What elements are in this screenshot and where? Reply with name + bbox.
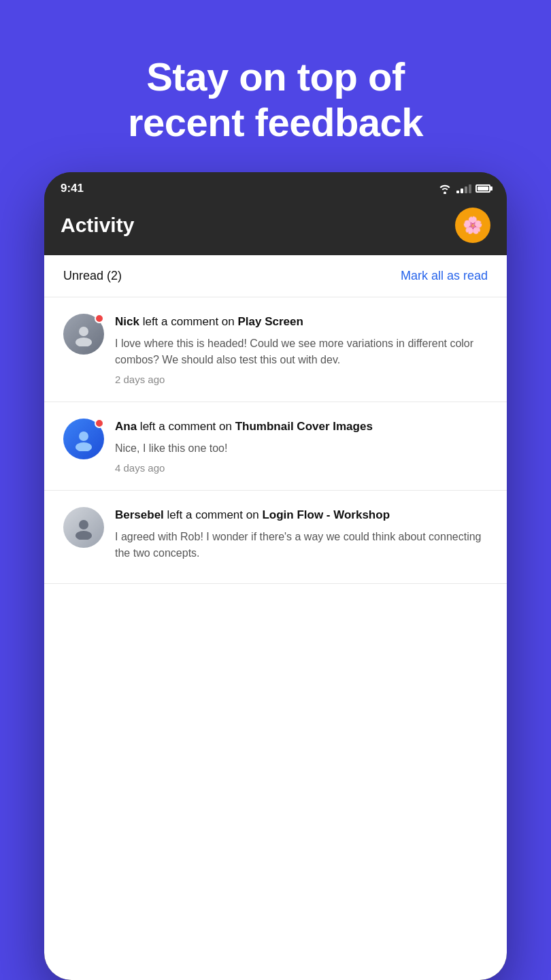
app-header: Activity 🌸 [44, 202, 507, 255]
item-header-bersebel: Bersebel left a comment on Login Flow - … [115, 507, 488, 523]
status-bar: 9:41 [44, 172, 507, 202]
item-header-nick: Nick left a comment on Play Screen [115, 314, 488, 330]
item-body-nick: I love where this is headed! Could we se… [115, 336, 488, 368]
unread-dot-nick [95, 314, 104, 323]
item-content-ana: Ana left a comment on Thumbnail Cover Im… [115, 419, 488, 474]
svg-point-2 [79, 431, 88, 441]
commenter-name-nick: Nick [115, 315, 139, 328]
hero-section: Stay on top of recent feedback [0, 0, 551, 172]
avatar-wrap-nick [63, 314, 104, 355]
svg-point-4 [79, 520, 88, 529]
signal-icon [456, 184, 471, 193]
commenter-name-ana: Ana [115, 420, 137, 433]
activity-item-bersebel[interactable]: Bersebel left a comment on Login Flow - … [44, 491, 507, 584]
item-time-nick: 2 days ago [115, 374, 488, 385]
svg-point-5 [76, 531, 92, 540]
item-content-bersebel: Bersebel left a comment on Login Flow - … [115, 507, 488, 567]
svg-point-3 [76, 442, 92, 451]
item-time-ana: 4 days ago [115, 462, 488, 474]
app-title: Activity [61, 214, 134, 237]
item-content-nick: Nick left a comment on Play Screen I lov… [115, 314, 488, 385]
status-icons [437, 183, 490, 194]
item-body-bersebel: I agreed with Rob! I wonder if there's a… [115, 529, 488, 561]
status-time: 9:41 [61, 182, 84, 195]
phone-mockup: 9:41 Activity 🌸 [44, 172, 507, 980]
unread-dot-ana [95, 419, 104, 428]
avatar-bersebel [63, 507, 104, 548]
avatar-wrap-ana [63, 419, 104, 459]
item-header-ana: Ana left a comment on Thumbnail Cover Im… [115, 419, 488, 435]
wifi-icon [437, 183, 452, 194]
mark-all-read-button[interactable]: Mark all as read [401, 269, 488, 283]
screen-name-bersebel: Login Flow - Workshop [262, 508, 390, 521]
svg-point-0 [79, 327, 88, 336]
battery-icon [475, 184, 490, 193]
item-body-ana: Nice, I like this one too! [115, 440, 488, 457]
hero-title: Stay on top of recent feedback [41, 54, 510, 145]
avatar-wrap-bersebel [63, 507, 104, 548]
screen-name-ana: Thumbnail Cover Images [235, 420, 373, 433]
screen-name-nick: Play Screen [238, 315, 303, 328]
user-avatar-badge[interactable]: 🌸 [455, 208, 490, 243]
activity-item-ana[interactable]: Ana left a comment on Thumbnail Cover Im… [44, 402, 507, 491]
activity-item-nick[interactable]: Nick left a comment on Play Screen I lov… [44, 297, 507, 402]
unread-count-label: Unread (2) [63, 269, 122, 283]
unread-bar: Unread (2) Mark all as read [44, 255, 507, 297]
feed-area: Unread (2) Mark all as read Nick left a … [44, 255, 507, 980]
svg-point-1 [76, 338, 92, 346]
commenter-name-bersebel: Bersebel [115, 508, 164, 521]
user-avatar-icon: 🌸 [463, 216, 483, 235]
